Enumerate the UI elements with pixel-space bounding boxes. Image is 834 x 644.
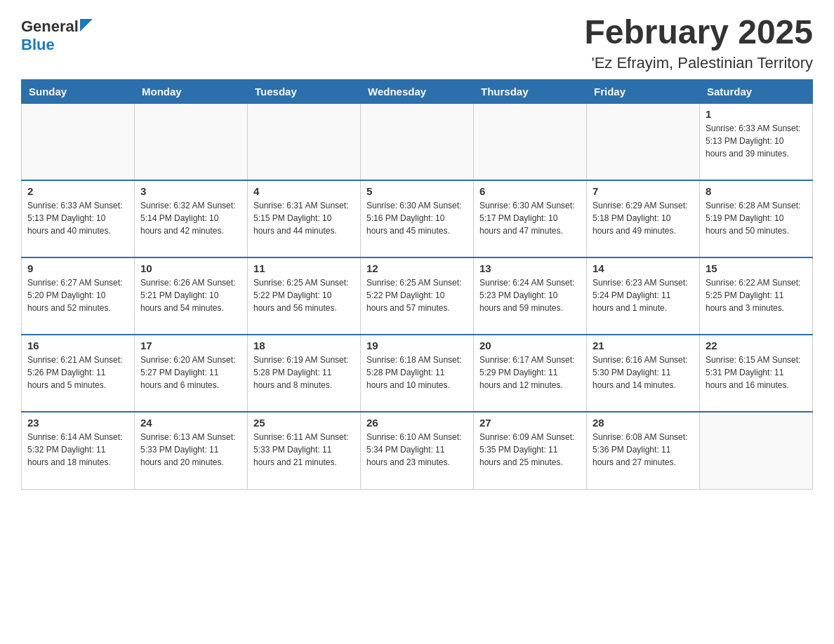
day-info: Sunrise: 6:16 AM Sunset: 5:30 PM Dayligh… xyxy=(593,354,694,391)
day-number: 26 xyxy=(366,417,468,429)
day-number: 15 xyxy=(706,262,807,274)
day-info: Sunrise: 6:21 AM Sunset: 5:26 PM Dayligh… xyxy=(27,354,128,391)
day-number: 4 xyxy=(253,185,355,197)
calendar-day-cell: 23Sunrise: 6:14 AM Sunset: 5:32 PM Dayli… xyxy=(22,412,135,489)
day-number: 24 xyxy=(140,417,241,429)
day-info: Sunrise: 6:13 AM Sunset: 5:33 PM Dayligh… xyxy=(140,431,241,469)
calendar-day-cell xyxy=(361,103,474,180)
calendar-day-cell xyxy=(587,103,700,180)
day-number: 2 xyxy=(27,185,128,197)
day-number: 12 xyxy=(366,262,468,274)
day-info: Sunrise: 6:28 AM Sunset: 5:19 PM Dayligh… xyxy=(706,199,807,237)
day-info: Sunrise: 6:33 AM Sunset: 5:13 PM Dayligh… xyxy=(706,122,807,160)
logo: General Blue xyxy=(21,14,93,54)
calendar-day-cell: 24Sunrise: 6:13 AM Sunset: 5:33 PM Dayli… xyxy=(135,412,248,489)
logo-general: General xyxy=(21,18,79,36)
title-block: February 2025 'Ez Efrayim, Palestinian T… xyxy=(584,14,813,72)
day-number: 25 xyxy=(253,417,355,429)
calendar-week-row: 1Sunrise: 6:33 AM Sunset: 5:13 PM Daylig… xyxy=(22,103,813,180)
calendar-day-cell: 8Sunrise: 6:28 AM Sunset: 5:19 PM Daylig… xyxy=(700,180,813,257)
day-info: Sunrise: 6:18 AM Sunset: 5:28 PM Dayligh… xyxy=(366,354,468,391)
day-number: 21 xyxy=(593,340,694,351)
weekday-header: Friday xyxy=(587,79,700,103)
day-info: Sunrise: 6:25 AM Sunset: 5:22 PM Dayligh… xyxy=(366,276,468,314)
day-info: Sunrise: 6:15 AM Sunset: 5:31 PM Dayligh… xyxy=(706,354,807,391)
calendar-day-cell: 14Sunrise: 6:23 AM Sunset: 5:24 PM Dayli… xyxy=(587,257,700,335)
calendar-day-cell: 6Sunrise: 6:30 AM Sunset: 5:17 PM Daylig… xyxy=(474,180,587,257)
calendar-day-cell: 17Sunrise: 6:20 AM Sunset: 5:27 PM Dayli… xyxy=(135,335,248,412)
day-info: Sunrise: 6:14 AM Sunset: 5:32 PM Dayligh… xyxy=(27,431,128,469)
calendar-day-cell: 16Sunrise: 6:21 AM Sunset: 5:26 PM Dayli… xyxy=(22,335,135,412)
day-info: Sunrise: 6:26 AM Sunset: 5:21 PM Dayligh… xyxy=(140,276,241,314)
day-number: 18 xyxy=(253,340,355,351)
weekday-header: Thursday xyxy=(474,79,587,103)
calendar-day-cell: 11Sunrise: 6:25 AM Sunset: 5:22 PM Dayli… xyxy=(248,257,361,335)
day-number: 6 xyxy=(479,185,581,197)
day-info: Sunrise: 6:30 AM Sunset: 5:16 PM Dayligh… xyxy=(366,199,468,237)
day-number: 7 xyxy=(593,185,694,197)
day-number: 8 xyxy=(706,185,807,197)
calendar-day-cell: 25Sunrise: 6:11 AM Sunset: 5:33 PM Dayli… xyxy=(248,412,361,489)
day-info: Sunrise: 6:29 AM Sunset: 5:18 PM Dayligh… xyxy=(593,199,694,237)
calendar-day-cell: 2Sunrise: 6:33 AM Sunset: 5:13 PM Daylig… xyxy=(22,180,135,257)
calendar-day-cell: 21Sunrise: 6:16 AM Sunset: 5:30 PM Dayli… xyxy=(587,335,700,412)
calendar-day-cell xyxy=(135,103,248,180)
day-info: Sunrise: 6:10 AM Sunset: 5:34 PM Dayligh… xyxy=(366,431,468,469)
calendar-day-cell: 3Sunrise: 6:32 AM Sunset: 5:14 PM Daylig… xyxy=(135,180,248,257)
day-number: 10 xyxy=(140,262,241,274)
calendar-day-cell: 20Sunrise: 6:17 AM Sunset: 5:29 PM Dayli… xyxy=(474,335,587,412)
calendar-day-cell: 7Sunrise: 6:29 AM Sunset: 5:18 PM Daylig… xyxy=(587,180,700,257)
day-info: Sunrise: 6:27 AM Sunset: 5:20 PM Dayligh… xyxy=(27,276,128,314)
weekday-header: Saturday xyxy=(700,79,813,103)
calendar-day-cell: 9Sunrise: 6:27 AM Sunset: 5:20 PM Daylig… xyxy=(22,257,135,335)
page-header: General Blue February 2025 'Ez Efrayim, … xyxy=(21,14,813,72)
day-info: Sunrise: 6:09 AM Sunset: 5:35 PM Dayligh… xyxy=(479,431,581,469)
calendar-header-row: SundayMondayTuesdayWednesdayThursdayFrid… xyxy=(22,79,813,103)
calendar-week-row: 2Sunrise: 6:33 AM Sunset: 5:13 PM Daylig… xyxy=(22,180,813,257)
day-info: Sunrise: 6:17 AM Sunset: 5:29 PM Dayligh… xyxy=(479,354,581,391)
logo-triangle-icon xyxy=(80,19,93,32)
day-info: Sunrise: 6:30 AM Sunset: 5:17 PM Dayligh… xyxy=(479,199,581,237)
calendar-day-cell: 19Sunrise: 6:18 AM Sunset: 5:28 PM Dayli… xyxy=(361,335,474,412)
day-number: 20 xyxy=(479,340,581,351)
day-number: 3 xyxy=(140,185,241,197)
calendar-day-cell xyxy=(700,412,813,489)
day-number: 14 xyxy=(593,262,694,274)
day-number: 27 xyxy=(479,417,581,429)
day-info: Sunrise: 6:19 AM Sunset: 5:28 PM Dayligh… xyxy=(253,354,355,391)
day-info: Sunrise: 6:25 AM Sunset: 5:22 PM Dayligh… xyxy=(253,276,355,314)
day-number: 23 xyxy=(27,417,128,429)
day-number: 11 xyxy=(253,262,355,274)
day-number: 22 xyxy=(706,340,807,351)
weekday-header: Sunday xyxy=(22,79,135,103)
calendar-day-cell: 1Sunrise: 6:33 AM Sunset: 5:13 PM Daylig… xyxy=(700,103,813,180)
weekday-header: Wednesday xyxy=(361,79,474,103)
calendar-day-cell xyxy=(248,103,361,180)
calendar-week-row: 16Sunrise: 6:21 AM Sunset: 5:26 PM Dayli… xyxy=(22,335,813,412)
calendar-title: February 2025 xyxy=(584,14,813,51)
weekday-header: Tuesday xyxy=(248,79,361,103)
day-info: Sunrise: 6:22 AM Sunset: 5:25 PM Dayligh… xyxy=(706,276,807,314)
day-number: 1 xyxy=(706,108,807,120)
day-info: Sunrise: 6:33 AM Sunset: 5:13 PM Dayligh… xyxy=(27,199,128,237)
calendar-day-cell: 15Sunrise: 6:22 AM Sunset: 5:25 PM Dayli… xyxy=(700,257,813,335)
day-number: 17 xyxy=(140,340,241,351)
weekday-header: Monday xyxy=(135,79,248,103)
day-number: 13 xyxy=(479,262,581,274)
day-info: Sunrise: 6:24 AM Sunset: 5:23 PM Dayligh… xyxy=(479,276,581,314)
calendar-day-cell: 18Sunrise: 6:19 AM Sunset: 5:28 PM Dayli… xyxy=(248,335,361,412)
calendar-day-cell: 26Sunrise: 6:10 AM Sunset: 5:34 PM Dayli… xyxy=(361,412,474,489)
day-info: Sunrise: 6:20 AM Sunset: 5:27 PM Dayligh… xyxy=(140,354,241,391)
calendar-day-cell: 5Sunrise: 6:30 AM Sunset: 5:16 PM Daylig… xyxy=(361,180,474,257)
calendar-week-row: 9Sunrise: 6:27 AM Sunset: 5:20 PM Daylig… xyxy=(22,257,813,335)
calendar-day-cell xyxy=(22,103,135,180)
calendar-week-row: 23Sunrise: 6:14 AM Sunset: 5:32 PM Dayli… xyxy=(22,412,813,489)
day-info: Sunrise: 6:31 AM Sunset: 5:15 PM Dayligh… xyxy=(253,199,355,237)
calendar-day-cell: 27Sunrise: 6:09 AM Sunset: 5:35 PM Dayli… xyxy=(474,412,587,489)
day-number: 9 xyxy=(27,262,128,274)
day-number: 28 xyxy=(593,417,694,429)
calendar-day-cell: 4Sunrise: 6:31 AM Sunset: 5:15 PM Daylig… xyxy=(248,180,361,257)
day-number: 19 xyxy=(366,340,468,351)
calendar-day-cell: 10Sunrise: 6:26 AM Sunset: 5:21 PM Dayli… xyxy=(135,257,248,335)
day-info: Sunrise: 6:23 AM Sunset: 5:24 PM Dayligh… xyxy=(593,276,694,314)
